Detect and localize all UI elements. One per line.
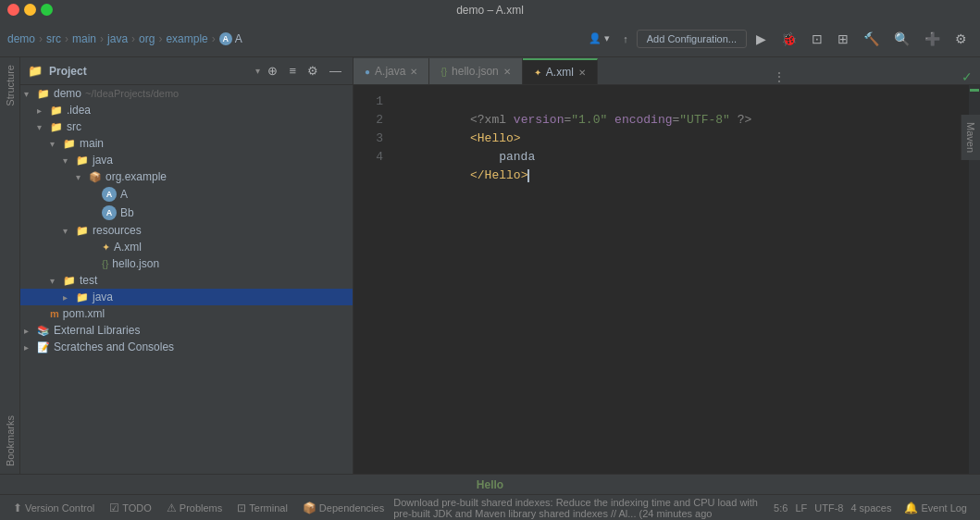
settings-button[interactable]: ⚙ (949, 29, 973, 49)
tree-item-idea[interactable]: ▸ 📁 .idea (20, 102, 353, 118)
tree-item-external-libs[interactable]: ▸ 📚 External Libraries (20, 322, 353, 339)
project-icon: 📁 (37, 88, 50, 100)
code-editor[interactable]: <?xml version="1.0" encoding="UTF-8" ?> … (391, 85, 969, 474)
tree-label-resources: resources (93, 224, 142, 237)
expand-all-button[interactable]: ⊕ (264, 62, 281, 80)
version-control-button[interactable]: ⬆ Version Control (7, 500, 100, 516)
tree-arrow-test-java: ▸ (63, 292, 76, 303)
build-button[interactable]: 🔨 (858, 29, 885, 49)
tab-hellojson[interactable]: {} hello.json ✕ (429, 58, 522, 84)
project-dropdown-icon[interactable]: ▾ (255, 66, 260, 76)
tab-axml[interactable]: ✦ A.xml ✕ (523, 58, 598, 84)
search-button[interactable]: 🔍 (888, 29, 915, 49)
dependencies-icon: 📦 (303, 501, 316, 514)
class-a-icon: A (102, 187, 117, 202)
tab-ajava[interactable]: ● A.java ✕ (354, 58, 429, 84)
gutter-mark-1[interactable] (970, 89, 979, 92)
editor-content[interactable]: 1 2 3 4 <?xml version="1.0" encoding="UT… (354, 85, 980, 474)
tree-label-scratches: Scratches and Consoles (54, 340, 174, 353)
user-icon-button[interactable]: 👤 ▾ (584, 30, 614, 47)
tree-item-class-bb[interactable]: A Bb (20, 204, 353, 222)
class-bb-icon: A (102, 205, 117, 220)
tree-item-org-example[interactable]: ▾ 📦 org.example (20, 168, 353, 185)
coverage-button[interactable]: ⊡ (806, 29, 828, 49)
encoding-indicator[interactable]: UTF-8 (814, 502, 843, 514)
event-log-button[interactable]: 🔔 Event Log (899, 500, 973, 516)
add-configuration-button[interactable]: Add Configuration... (637, 30, 747, 48)
tree-item-axml[interactable]: ✦ A.xml (20, 239, 353, 255)
run-button[interactable]: ▶ (751, 29, 772, 49)
tree-item-main[interactable]: ▾ 📁 main (20, 135, 353, 152)
problems-button[interactable]: ⚠ Problems (161, 500, 228, 516)
text-cursor (527, 169, 529, 182)
tree-item-src[interactable]: ▾ 📁 src (20, 118, 353, 135)
tree-label-org-example: org.example (105, 170, 167, 183)
scratches-icon: 📝 (37, 341, 50, 353)
tree-arrow-ext-libs: ▸ (24, 326, 37, 336)
line-numbers: 1 2 3 4 (354, 85, 391, 474)
tree-label-pom: pom.xml (63, 307, 105, 320)
collapse-all-button[interactable]: ≡ (285, 62, 300, 80)
close-button[interactable] (7, 4, 19, 16)
profile-button[interactable]: ⊞ (832, 29, 854, 49)
tree-arrow-java: ▾ (63, 155, 76, 166)
tree-item-java[interactable]: ▾ 📁 java (20, 152, 353, 168)
tree-item-hellojson[interactable]: {} hello.json (20, 255, 353, 272)
tab-label-axml: A.xml (546, 66, 574, 79)
tree-item-scratches[interactable]: ▸ 📝 Scratches and Consoles (20, 339, 353, 355)
line-ending-indicator[interactable]: LF (795, 502, 807, 514)
tree-settings-button[interactable]: ⚙ (304, 62, 322, 80)
maven-tab[interactable]: Maven (961, 115, 980, 160)
side-panel-buttons: Structure Bookmarks (0, 57, 20, 474)
breadcrumb-java[interactable]: java (107, 32, 128, 45)
indent-indicator[interactable]: 4 spaces (850, 502, 891, 514)
editor-tabs: ● A.java ✕ {} hello.json ✕ ✦ A.xml ✕ ⋮ ✓ (354, 57, 980, 85)
tabs-menu-button[interactable]: ⋮ (767, 69, 791, 84)
position-indicator[interactable]: 5:6 (774, 502, 788, 514)
add-button[interactable]: ➕ (919, 29, 946, 49)
vc-icon: ⬆ (13, 501, 22, 514)
tree-label-demo: demo (54, 87, 81, 100)
tree-item-demo[interactable]: ▾ 📁 demo ~/IdeaProjects/demo (20, 85, 353, 102)
pom-icon: m (50, 308, 59, 319)
tree-item-class-a[interactable]: A A (20, 185, 353, 204)
ajava-tab-icon: ● (365, 67, 370, 77)
hellojson-tab-close[interactable]: ✕ (503, 67, 511, 77)
tree-label-hellojson: hello.json (112, 257, 159, 270)
breadcrumb-org[interactable]: org (139, 32, 155, 45)
test-folder-icon: 📁 (63, 275, 76, 287)
tree-item-resources[interactable]: ▾ 📁 resources (20, 222, 353, 239)
tree-label-class-bb: Bb (120, 206, 134, 219)
navigate-back-button[interactable]: ↑ (618, 31, 633, 47)
todo-button[interactable]: ☑ TODO (104, 500, 157, 516)
bottom-toolbar: ⬆ Version Control ☑ TODO ⚠ Problems ⊡ Te… (0, 494, 980, 520)
terminal-label: Terminal (249, 502, 288, 514)
tree-path-demo: ~/IdeaProjects/demo (85, 88, 179, 99)
debug-button[interactable]: 🐞 (775, 29, 802, 49)
structure-button[interactable]: Structure (2, 57, 19, 114)
src-folder-icon: 📁 (50, 121, 63, 133)
event-log-icon: 🔔 (904, 501, 918, 514)
maximize-button[interactable] (41, 4, 53, 16)
breadcrumb-example[interactable]: example (166, 32, 207, 45)
breadcrumb-class-a[interactable]: A (235, 32, 242, 45)
breadcrumb: demo › src › main › java › org › example… (7, 32, 580, 45)
todo-label: TODO (122, 502, 152, 514)
axml-tab-close[interactable]: ✕ (578, 68, 586, 78)
breadcrumb-main[interactable]: main (72, 32, 96, 45)
ajava-tab-close[interactable]: ✕ (410, 67, 417, 77)
tree-item-pom[interactable]: m pom.xml (20, 305, 353, 322)
tree-arrow-scratches: ▸ (24, 342, 37, 353)
minimize-button[interactable] (24, 4, 36, 16)
terminal-button[interactable]: ⊡ Terminal (231, 500, 293, 516)
breadcrumb-demo[interactable]: demo (7, 32, 35, 45)
tree-item-test-java[interactable]: ▸ 📁 java (20, 289, 353, 305)
bookmarks-button[interactable]: Bookmarks (2, 408, 19, 474)
breadcrumb-src[interactable]: src (46, 32, 61, 45)
close-panel-button[interactable]: — (326, 62, 345, 80)
problems-icon: ⚠ (167, 501, 177, 514)
dependencies-button[interactable]: 📦 Dependencies (297, 500, 390, 516)
tree-label-src: src (67, 120, 81, 133)
tree-item-test[interactable]: ▾ 📁 test (20, 272, 353, 289)
dependencies-label: Dependencies (319, 502, 384, 514)
